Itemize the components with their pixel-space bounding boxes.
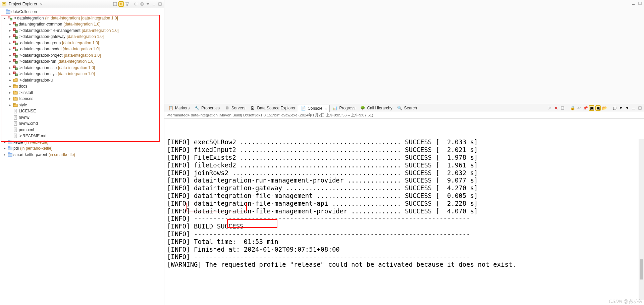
expand-icon[interactable]: ▸: [7, 83, 13, 90]
minimize-icon[interactable]: [151, 1, 157, 7]
console-display-selected-icon[interactable]: ▾: [618, 105, 624, 111]
tree-item[interactable]: mvnw: [0, 114, 164, 121]
servers-icon: 🖥: [224, 105, 230, 111]
link-editor-icon[interactable]: [118, 1, 124, 7]
tree-item-label: dataintegration-file-management: [22, 28, 80, 34]
tab-properties[interactable]: 🔧Properties: [192, 105, 222, 111]
tab-data-source-explorer[interactable]: 🗄Data Source Explorer: [248, 105, 298, 111]
expand-icon[interactable]: ▸: [7, 28, 13, 34]
navigator-icon: [1, 1, 7, 7]
collapse-all-icon[interactable]: [112, 1, 118, 7]
expand-icon[interactable]: ▸: [2, 15, 7, 21]
expand-icon[interactable]: ▸: [7, 21, 13, 28]
bottom-minimize-icon[interactable]: [631, 105, 636, 111]
tree-item[interactable]: ▸docs: [0, 83, 164, 90]
svg-point-4: [135, 3, 137, 5]
file-icon: [13, 127, 18, 133]
svg-rect-8: [159, 3, 161, 5]
expand-icon[interactable]: ▸: [7, 46, 13, 52]
svg-rect-52: [13, 85, 15, 86]
tree-item[interactable]: ▸MJ>dataintegration(in data-integration)…: [0, 15, 164, 21]
tree-item[interactable]: ▸MJ>dataintegration-group[data-integrati…: [0, 40, 164, 46]
tab-close-icon[interactable]: ✕: [325, 106, 327, 111]
expand-icon[interactable]: ▸: [2, 145, 7, 152]
tree-item[interactable]: ▸MJ>dataintegration-model[data-integrati…: [0, 46, 164, 52]
tree-item-label: pdi: [13, 145, 19, 152]
file-icon: [13, 121, 18, 126]
tree-item[interactable]: ▸smart-kettle-parent(in smartkettle): [0, 152, 164, 158]
tree-item[interactable]: mvnw.cmd: [0, 120, 164, 127]
expand-icon[interactable]: ▸: [7, 77, 13, 84]
expand-icon[interactable]: ▸: [2, 139, 7, 146]
expand-icon[interactable]: ▸: [7, 52, 13, 59]
tree-item[interactable]: ▸MJdataintegration-common[data-integrati…: [0, 21, 164, 28]
console-wordwrap-icon[interactable]: ↩: [576, 105, 582, 111]
tree-item-decorator: [data-integration 1.0]: [63, 46, 100, 52]
tree-item[interactable]: LICENSE: [0, 108, 164, 114]
console-terminate-icon[interactable]: ▢: [612, 105, 617, 111]
tree-item[interactable]: ▸>install: [0, 90, 164, 96]
focus-icon[interactable]: [133, 1, 139, 7]
view-menu-icon[interactable]: [145, 1, 151, 7]
tree-item[interactable]: ▸MJ>dataintegration-file-management[data…: [0, 28, 164, 34]
svg-rect-94: [639, 107, 641, 109]
expand-icon[interactable]: ▸: [7, 34, 13, 40]
tree-item[interactable]: ▸MJ>dataintegration-sys[data-integration…: [0, 71, 164, 77]
editor-minimize-icon[interactable]: [631, 1, 636, 6]
tab-servers[interactable]: 🖥Servers: [222, 105, 248, 111]
expand-icon[interactable]: ▸: [7, 40, 13, 46]
tree-item[interactable]: pom.xml: [0, 127, 164, 133]
tree-item[interactable]: ▸style: [0, 102, 164, 108]
tree-item-label: smart-kettle-parent: [13, 152, 47, 158]
tab-search[interactable]: 🔍Search: [395, 105, 419, 111]
filter-icon[interactable]: [124, 1, 130, 7]
console-show-on-stdout-icon[interactable]: ▣: [589, 105, 594, 111]
view-close-icon[interactable]: ✕: [40, 2, 42, 6]
editor-maximize-icon[interactable]: [637, 1, 643, 6]
console-remove-all-terminated-icon[interactable]: [547, 105, 552, 111]
tab-markers[interactable]: 📋Markers: [166, 105, 192, 111]
console-remove-terminated-icon[interactable]: [553, 105, 559, 111]
console-show-on-stderr-icon[interactable]: ▣: [595, 105, 601, 111]
console-open-icon[interactable]: 📂: [602, 105, 607, 111]
maximize-icon[interactable]: [157, 1, 163, 7]
console-pin-icon[interactable]: 📌: [583, 105, 588, 111]
tree-item-label: licenses: [19, 96, 33, 102]
svg-rect-59: [14, 109, 17, 113]
tab-console[interactable]: 📄Console✕: [298, 105, 330, 112]
dirty-indicator: >: [19, 28, 22, 34]
expand-icon[interactable]: ▸: [7, 90, 13, 96]
tree-item[interactable]: ▸MJ>dataintegration-sso[data-integration…: [0, 65, 164, 71]
bottom-maximize-icon[interactable]: [637, 105, 643, 111]
tab-call-hierarchy[interactable]: 🌳Call Hierarchy: [358, 105, 394, 111]
tree-item[interactable]: ▸licenses: [0, 96, 164, 102]
file-icon: [13, 133, 18, 139]
tree-item-decorator: [data-integration 1.0]: [58, 71, 95, 77]
tree-item[interactable]: >README.md: [0, 133, 164, 139]
console-output[interactable]: [INFO] execSQLRow2 .....................…: [164, 119, 644, 305]
expand-icon[interactable]: ▸: [7, 102, 13, 108]
svg-rect-82: [8, 146, 10, 147]
expand-icon[interactable]: ▸: [7, 96, 13, 102]
tree-item[interactable]: ▸MJ>dataintegration-run[data-integration…: [0, 58, 164, 65]
tree-item[interactable]: ▸MJ>dataintegration-project[data-integra…: [0, 52, 164, 59]
maven-icon: MJ: [13, 53, 18, 58]
console-scrollbar[interactable]: [639, 139, 644, 300]
settings-icon[interactable]: [139, 1, 145, 7]
tree-item[interactable]: ▸MJ>dataintegration-gateway[data-integra…: [0, 34, 164, 40]
project-tree[interactable]: dataCollection ▸MJ>dataintegration(in da…: [0, 8, 164, 305]
tree-item[interactable]: ▸pdi(in pentaho-kettle): [0, 145, 164, 152]
expand-icon[interactable]: ▸: [7, 58, 13, 65]
expand-icon[interactable]: ▸: [7, 65, 13, 71]
expand-icon[interactable]: ▸: [2, 152, 7, 158]
console-clear-icon[interactable]: [560, 105, 565, 111]
expand-icon[interactable]: ▸: [7, 71, 13, 77]
tree-root[interactable]: dataCollection: [0, 9, 164, 15]
svg-rect-71: [14, 128, 17, 132]
console-new-icon[interactable]: ▾: [625, 105, 630, 111]
tree-item-label: install: [22, 90, 33, 96]
tree-item[interactable]: ▸kettle(in webkettle): [0, 139, 164, 146]
tree-item[interactable]: ▸>dataintegration-ui: [0, 77, 164, 84]
tab-progress[interactable]: 📊Progress: [330, 105, 358, 111]
console-scroll-lock-icon[interactable]: 🔒: [570, 105, 575, 111]
